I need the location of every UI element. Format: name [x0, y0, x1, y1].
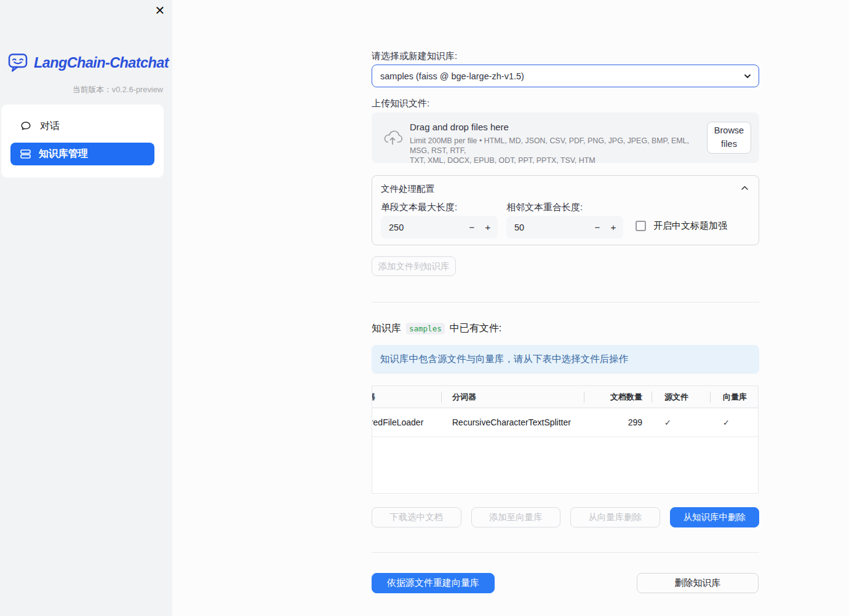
minus-stepper-button[interactable]: − — [464, 216, 479, 239]
expander-title[interactable]: 文件处理配置 — [381, 183, 434, 195]
plus-stepper-button[interactable]: + — [480, 216, 495, 239]
chevron-up-icon[interactable] — [741, 185, 749, 191]
logo-text: LangChain-Chatchat — [34, 55, 169, 71]
sidebar-item-label: 对话 — [40, 120, 60, 133]
delete-kb-button[interactable]: 删除知识库 — [637, 573, 759, 593]
overlap-size-input[interactable]: 50 − + — [506, 216, 623, 239]
cell-vector-store-check: ✓ — [710, 418, 758, 427]
column-separator — [652, 392, 652, 403]
cell-doc-count: 299 — [584, 417, 652, 427]
logo-chat-face-icon — [7, 52, 28, 73]
header-source-file: 源文件 — [652, 392, 710, 403]
sidebar-item-label: 知识库管理 — [39, 148, 88, 160]
delete-from-vector-store-button[interactable]: 从向量库删除 — [570, 507, 660, 527]
kb-select-value: samples (faiss @ bge-large-zh-v1.5) — [380, 71, 524, 81]
header-doc-count: 文档数量 — [584, 392, 652, 403]
divider — [372, 302, 759, 302]
sidebar-item-chat[interactable]: 对话 — [10, 114, 154, 138]
main-content: 请选择或新建知识库: samples (faiss @ bge-large-zh… — [372, 0, 759, 616]
chat-bubble-icon — [20, 120, 31, 132]
delete-from-kb-button[interactable]: 从知识库中删除 — [670, 507, 760, 527]
file-action-buttons: 下载选中文档 添加至向量库 从向量库删除 从知识库中删除 — [372, 507, 759, 527]
browse-files-button[interactable]: Browse files — [707, 122, 751, 154]
zh-title-enhance-label: 开启中文标题加强 — [653, 220, 727, 232]
zh-title-enhance-checkbox[interactable] — [636, 221, 646, 231]
sidebar: ✕ LangChain-Chatchat 当前版本：v0.2.6-preview — [0, 0, 172, 616]
file-config-expander: 文件处理配置 单段文本最大长度: 相邻文本重合长度: 250 − + 50 − … — [372, 175, 759, 245]
sidebar-menu: 对话 知识库管理 — [1, 105, 164, 178]
kb-files-table: 加载器 分词器 文档数量 源文件 向量库 UnstructuredFileLoa… — [372, 385, 759, 494]
file-dropzone[interactable]: Drag and drop files here Limit 200MB per… — [372, 113, 759, 163]
version-text: 当前版本：v0.2.6-preview — [73, 85, 163, 95]
column-separator — [584, 392, 584, 403]
chunk-size-value: 250 — [389, 223, 404, 232]
sidebar-item-kb-management[interactable]: 知识库管理 — [10, 143, 154, 165]
sidebar-close-icon[interactable]: ✕ — [152, 2, 168, 18]
cell-loader: UnstructuredFileLoader — [372, 417, 441, 427]
chevron-down-icon — [743, 72, 752, 81]
column-separator — [441, 392, 442, 403]
kb-select-label: 请选择或新建知识库: — [372, 50, 457, 62]
zh-title-enhance-row: 开启中文标题加强 — [636, 220, 727, 232]
kb-files-heading: 知识库 samples 中已有文件: — [372, 322, 501, 335]
logo: LangChain-Chatchat — [7, 52, 169, 73]
minus-stepper-button[interactable]: − — [590, 216, 605, 239]
dropzone-title: Drag and drop files here — [410, 122, 509, 132]
kb-select-dropdown[interactable]: samples (faiss @ bge-large-zh-v1.5) — [372, 65, 759, 87]
chunk-size-input[interactable]: 250 − + — [381, 216, 498, 239]
plus-stepper-button[interactable]: + — [606, 216, 621, 239]
app-window: ✕ LangChain-Chatchat 当前版本：v0.2.6-preview — [0, 0, 849, 616]
divider — [372, 552, 759, 553]
kb-files-suffix: 中已有文件: — [450, 322, 501, 335]
cell-source-file-check: ✓ — [652, 418, 710, 427]
info-banner: 知识库中包含源文件与向量库，请从下表中选择文件后操作 — [372, 345, 759, 374]
overlap-size-label: 相邻文本重合长度: — [506, 202, 583, 213]
cell-splitter: RecursiveCharacterTextSplitter — [441, 417, 584, 427]
kb-files-prefix: 知识库 — [372, 322, 401, 335]
table-header-row: 加载器 分词器 文档数量 源文件 向量库 — [372, 386, 758, 408]
header-vector-store: 向量库 — [710, 392, 758, 403]
cloud-upload-icon — [382, 129, 403, 146]
rebuild-vector-store-button[interactable]: 依据源文件重建向量库 — [372, 573, 495, 593]
overlap-size-value: 50 — [514, 223, 524, 232]
kb-name-chip: samples — [406, 323, 445, 334]
chunk-size-label: 单段文本最大长度: — [381, 202, 457, 213]
column-separator — [710, 392, 711, 403]
dropzone-hint: Limit 200MB per file • HTML, MD, JSON, C… — [410, 136, 705, 165]
download-selected-button[interactable]: 下载选中文档 — [372, 507, 461, 527]
header-loader: 加载器 — [372, 392, 441, 403]
upload-label: 上传知识文件: — [372, 98, 429, 109]
table-row[interactable]: UnstructuredFileLoader RecursiveCharacte… — [372, 408, 758, 437]
add-to-vector-store-button[interactable]: 添加至向量库 — [471, 507, 561, 527]
header-splitter: 分词器 — [441, 392, 584, 403]
kb-stack-icon — [20, 149, 31, 159]
add-files-to-kb-button[interactable]: 添加文件到知识库 — [372, 256, 456, 276]
